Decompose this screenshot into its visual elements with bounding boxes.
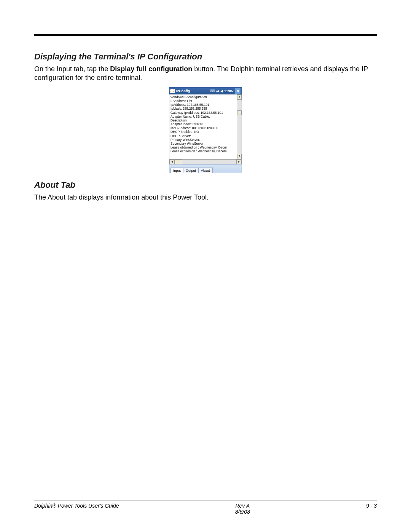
output-line: Adapter Name: USB Cable:: [170, 115, 236, 118]
text-run-bold: Display full configuration: [110, 65, 192, 73]
output-line: Lease expires on : Wednesday, Decem: [170, 149, 236, 153]
output-line: Secondary WinsServer:: [170, 142, 236, 145]
footer-page-number: 9 - 3: [366, 503, 377, 509]
page-footer: Dolphin® Power Tools User's Guide Rev A …: [34, 500, 377, 515]
close-button[interactable]: ✕: [235, 88, 241, 94]
keyboard-icon[interactable]: ⌨: [210, 89, 215, 93]
text-run: On the Input tab, tap the: [34, 65, 110, 73]
screenshot-ipconfig: IPConfig ⌨ ⇄ ◀ 11:05 ✕ Windows IP config…: [34, 87, 377, 173]
network-icon[interactable]: ⇄: [216, 89, 219, 93]
heading-ip-config: Displaying the Terminal's IP Configurati…: [34, 52, 377, 62]
output-line: IpAddress: 192.168.55.101: [170, 103, 236, 107]
output-lines: Windows IP configuration IP Address List…: [169, 94, 237, 159]
scroll-thumb-horizontal[interactable]: [175, 160, 182, 164]
scroll-left-button[interactable]: ◂: [169, 160, 175, 164]
output-line: DHCP Server:: [170, 134, 236, 138]
output-line: IpMask: 255.255.255.255: [170, 107, 236, 110]
tab-bar: Input Output About: [169, 164, 242, 173]
output-line: Adapter Index: 393218: [170, 122, 236, 126]
scroll-down-button[interactable]: ▾: [237, 154, 242, 159]
output-line: Primary WinsServer:: [170, 138, 236, 142]
paragraph-about-tab: The About tab displays information about…: [34, 193, 377, 202]
tab-output[interactable]: Output: [183, 168, 199, 173]
scroll-thumb[interactable]: [237, 110, 242, 115]
output-line: IP Address List: [170, 99, 236, 103]
clock-label: 11:05: [224, 89, 233, 93]
scroll-up-button[interactable]: ▴: [237, 94, 242, 100]
output-line: Lease obtained on : Wednesday, Decer: [170, 145, 236, 149]
tab-input[interactable]: Input: [170, 168, 183, 173]
scroll-right-button[interactable]: ▸: [236, 160, 242, 164]
footer-left: Dolphin® Power Tools User's Guide: [34, 503, 119, 509]
output-pane: Windows IP configuration IP Address List…: [169, 94, 242, 159]
heading-about-tab: About Tab: [34, 180, 377, 190]
output-line: Gateway IpAddress: 192.168.55.101: [170, 111, 236, 115]
output-line: Windows IP configuration: [170, 95, 236, 99]
output-line: Description:: [170, 118, 236, 122]
windows-flag-icon: [170, 89, 175, 93]
top-rule: [34, 34, 377, 36]
paragraph-ip-config: On the Input tab, tap the Display full c…: [34, 65, 377, 83]
window-title: IPConfig: [176, 89, 190, 93]
footer-rev: Rev A: [235, 503, 250, 509]
horizontal-scrollbar[interactable]: ◂ ▸: [169, 159, 242, 164]
vertical-scrollbar[interactable]: ▴ ▾: [237, 94, 242, 159]
volume-icon[interactable]: ◀: [220, 89, 223, 93]
title-bar: IPConfig ⌨ ⇄ ◀ 11:05 ✕: [169, 88, 242, 94]
output-line: DHCP Enabled: NO: [170, 130, 236, 134]
output-line: MAC Address: 00:00:00:00:00:00: [170, 126, 236, 130]
wince-window: IPConfig ⌨ ⇄ ◀ 11:05 ✕ Windows IP config…: [169, 87, 242, 173]
tab-about[interactable]: About: [198, 168, 213, 173]
footer-date: 8/6/08: [235, 509, 250, 515]
